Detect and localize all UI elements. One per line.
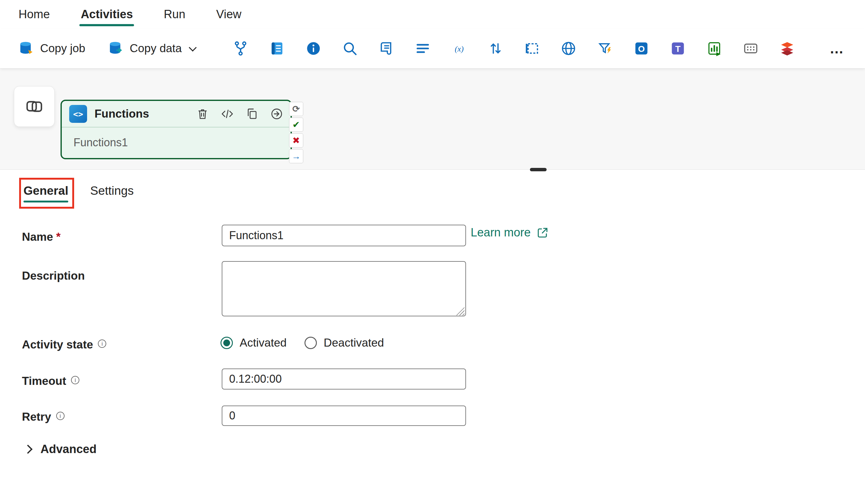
svg-text:O: O (638, 44, 645, 54)
layers-stack-icon (779, 40, 795, 57)
radio-activated[interactable]: Activated (220, 337, 287, 349)
activity-type-label: Functions (94, 107, 196, 120)
tab-general[interactable]: General (23, 184, 68, 198)
tab-home[interactable]: Home (18, 0, 50, 29)
external-link-icon (536, 226, 549, 239)
description-label: Description (22, 269, 85, 282)
success-icon[interactable]: ✔ (289, 118, 303, 132)
notebook-button[interactable] (268, 40, 286, 57)
variables-button[interactable]: (x) (451, 40, 468, 57)
radio-activated-circle[interactable] (220, 337, 233, 349)
event-trigger-button[interactable] (596, 40, 614, 57)
menu-bar: Home Activities Run View (0, 0, 865, 29)
chart-export-icon (706, 40, 722, 57)
variables-icon: (x) (451, 40, 467, 57)
tab-settings[interactable]: Settings (90, 184, 134, 198)
web-globe-button[interactable] (560, 40, 577, 57)
skip-icon[interactable]: → (289, 149, 303, 163)
foreach-button[interactable] (523, 40, 541, 57)
info-icon (305, 40, 322, 57)
align-lines-button[interactable] (414, 40, 431, 57)
search-icon (342, 40, 358, 57)
fail-icon[interactable]: ✖ (289, 133, 303, 148)
chart-export-button[interactable] (706, 40, 723, 57)
more-options-button[interactable]: … (828, 40, 846, 57)
chevron-down-icon (189, 44, 196, 51)
radio-deactivated[interactable]: Deactivated (304, 337, 384, 349)
retry-input[interactable] (222, 406, 466, 426)
notebook-icon (269, 40, 285, 57)
copy-job-icon (18, 40, 35, 57)
description-input[interactable] (222, 261, 466, 316)
copy-job-button[interactable]: Copy job (18, 40, 85, 57)
functions-icon-glyph: <> (73, 109, 83, 119)
duplicate-icon[interactable] (245, 107, 258, 120)
copy-job-label: Copy job (40, 42, 85, 55)
delete-icon[interactable] (196, 107, 209, 120)
activity-state-label: Activity statei (22, 338, 106, 351)
info-button[interactable] (305, 40, 322, 57)
keypad-grid-button[interactable] (742, 40, 759, 57)
required-asterisk: * (56, 231, 60, 243)
tab-activities[interactable]: Activities (80, 0, 134, 29)
activity-name-label: Functions1 (62, 128, 291, 158)
activity-card-header: <> Functions (62, 101, 291, 128)
timeout-label: Timeouti (22, 375, 79, 388)
keypad-grid-icon (743, 40, 759, 57)
activity-actions (196, 107, 283, 120)
event-trigger-icon (597, 40, 613, 57)
teams-icon: T (670, 40, 686, 57)
more-options-icon: … (830, 40, 845, 57)
branch-button[interactable] (232, 40, 249, 57)
properties-panel: General Settings Name* Learn more Descri… (0, 169, 865, 504)
radio-activated-label: Activated (240, 337, 287, 349)
functions-icon: <> (69, 105, 87, 123)
code-icon[interactable] (221, 107, 234, 120)
web-globe-icon (561, 40, 577, 57)
name-input[interactable] (222, 225, 466, 246)
swap-arrows-icon (488, 40, 504, 57)
name-label: Name* (22, 231, 60, 244)
foreach-icon (524, 40, 540, 57)
svg-text:T: T (675, 44, 680, 54)
learn-more-link[interactable]: Learn more (471, 226, 549, 239)
info-icon: i (98, 340, 106, 348)
branch-icon (232, 40, 249, 57)
advanced-expander[interactable]: Advanced (25, 443, 97, 456)
info-icon: i (71, 376, 79, 384)
pipeline-editor-window: Home Activities Run View Copy job Copy d… (0, 0, 865, 504)
copilot-button[interactable] (14, 86, 55, 127)
svg-text:(x): (x) (454, 45, 463, 54)
copy-data-icon (107, 40, 124, 57)
script-button[interactable] (378, 40, 395, 57)
panel-resize-handle[interactable] (530, 168, 546, 171)
timeout-input[interactable] (222, 368, 466, 389)
layers-stack-button[interactable] (778, 40, 796, 57)
functions-activity-card[interactable]: <> Functions (60, 100, 292, 159)
teams-button[interactable]: T (669, 40, 687, 57)
script-icon (378, 40, 394, 57)
search-button[interactable] (341, 40, 359, 57)
copy-data-label: Copy data (130, 42, 182, 55)
goto-icon[interactable] (270, 107, 283, 120)
radio-deactivated-label: Deactivated (324, 337, 384, 349)
advanced-label: Advanced (41, 443, 97, 456)
pipeline-canvas[interactable]: <> Functions (0, 69, 865, 169)
info-icon: i (56, 412, 65, 420)
chevron-right-icon (23, 445, 33, 454)
outlook-button[interactable]: O (633, 40, 650, 57)
align-lines-icon (415, 40, 431, 57)
tab-view[interactable]: View (216, 0, 242, 29)
rerun-icon[interactable]: ⟳ (289, 102, 303, 116)
activity-status-column: ⟳ ✔ ✖ → (289, 102, 303, 163)
tab-run[interactable]: Run (163, 0, 186, 29)
outlook-icon: O (633, 40, 649, 57)
copy-data-button[interactable]: Copy data (107, 40, 195, 57)
copilot-icon (23, 95, 46, 118)
retry-label: Retryi (22, 410, 65, 423)
activities-toolbar: Copy job Copy data (0, 29, 865, 69)
radio-deactivated-circle[interactable] (304, 337, 317, 349)
swap-arrows-button[interactable] (487, 40, 504, 57)
